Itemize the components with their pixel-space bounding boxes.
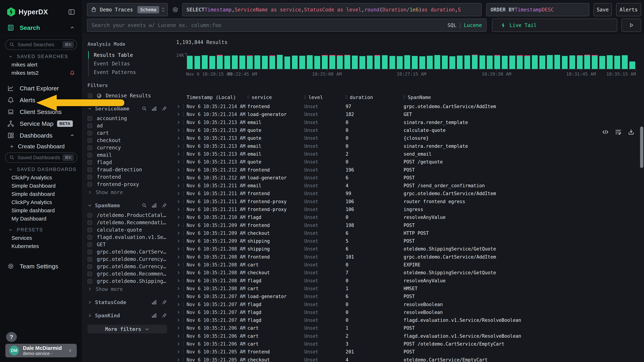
live-tail-button[interactable]: Live Tail: [492, 18, 617, 32]
bar-chart-icon[interactable]: [151, 313, 157, 318]
table-row[interactable]: Nov 6 10:35:21.207 AMload-generatorUnset…: [176, 293, 637, 300]
row-expander[interactable]: [176, 112, 186, 117]
table-row[interactable]: Nov 6 10:35:21.212 AMfrontendUnset196POS…: [176, 166, 637, 174]
table-row[interactable]: Nov 6 10:35:21.211 AMfrontend-proxyUnset…: [176, 205, 637, 213]
row-expander[interactable]: [176, 278, 186, 283]
filter-checkbox-item[interactable]: flagd: [88, 159, 167, 166]
pin-icon[interactable]: [161, 203, 167, 208]
checkbox[interactable]: [88, 138, 92, 143]
filter-checkbox-item[interactable]: /oteldemo.Recommendatio…: [88, 219, 167, 226]
filter-checkbox-item[interactable]: fraud-detection: [88, 166, 167, 173]
checkbox[interactable]: [88, 228, 92, 232]
sidebar-item-client-sessions[interactable]: Client Sessions: [0, 106, 82, 118]
table-row[interactable]: Nov 6 10:35:21.213 AMemailUnset0sinatra.…: [176, 142, 637, 150]
saved-dashboard-item[interactable]: Simple Dashboard: [0, 182, 82, 190]
row-expander[interactable]: [176, 255, 186, 259]
table-row[interactable]: Nov 6 10:35:21.206 AMcartUnset3POST /ote…: [176, 340, 637, 348]
filter-checkbox-item[interactable]: checkout: [88, 137, 167, 144]
table-row[interactable]: Nov 6 10:35:21.214 AMload-generatorUnset…: [176, 110, 637, 118]
table-row[interactable]: Nov 6 10:35:21.209 AMshippingUnset5POST: [176, 237, 637, 245]
row-expander[interactable]: [176, 239, 186, 243]
table-row[interactable]: Nov 6 10:35:21.210 AMflagdUnset0resolveA…: [176, 213, 637, 221]
column-header-timestamp-local-[interactable]: Timestamp (Local): [186, 95, 248, 100]
denoise-toggle[interactable]: Denoise Results: [88, 93, 167, 99]
filter-group-header[interactable]: SpanName: [88, 201, 167, 209]
analysis-mode-tab[interactable]: Event Patterns: [89, 68, 167, 76]
user-menu[interactable]: DM Dale McDiarmid demo-service -: [5, 344, 77, 357]
filter-checkbox-item[interactable]: email: [88, 151, 167, 159]
row-expander[interactable]: [176, 168, 186, 172]
filter-checkbox-item[interactable]: ad: [88, 122, 167, 129]
filter-group-header[interactable]: SpanKind: [88, 312, 167, 320]
show-more-button[interactable]: Show more: [88, 285, 167, 293]
filter-checkbox-item[interactable]: grpc.oteldemo.CurrencyS…: [88, 263, 167, 270]
table-row[interactable]: Nov 6 10:35:21.208 AMcartUnset0EXPIRE: [176, 261, 637, 269]
drag-handle-icon[interactable]: [404, 96, 405, 99]
table-row[interactable]: Nov 6 10:35:21.206 AMcartUnset2flagd.eva…: [176, 332, 637, 340]
drag-handle-icon[interactable]: [304, 96, 306, 99]
row-expander[interactable]: [176, 199, 186, 204]
column-header-spanname[interactable]: SpanName: [404, 95, 637, 100]
table-row[interactable]: Nov 6 10:35:21.208 AMfrontendUnset101grp…: [176, 253, 637, 261]
saved-dashboard-item[interactable]: ClickPy Analytics: [0, 174, 82, 182]
row-expander[interactable]: [176, 262, 186, 267]
filter-checkbox-item[interactable]: flagd.evaluation.v1.Ser…: [88, 233, 167, 241]
saved-dashboard-item[interactable]: My Dashboard: [0, 215, 82, 223]
column-header-level[interactable]: level: [304, 95, 346, 100]
presets-section-header[interactable]: PRESETS: [0, 226, 82, 234]
table-row[interactable]: Nov 6 10:35:21.213 AMquoteUnset0{closure…: [176, 134, 637, 142]
sql-orderby-editor[interactable]: ORDER BY Timestamp DESC: [486, 3, 589, 16]
analysis-mode-tab[interactable]: Event Deltas: [89, 59, 167, 68]
events-histogram[interactable]: 24K Nov 6 10:20:15 AM10:22:45 AM10:25:00…: [176, 54, 636, 77]
table-row[interactable]: Nov 6 10:35:21.209 AMcheckoutUnset6HTTP …: [176, 229, 637, 237]
pin-icon[interactable]: [161, 313, 167, 318]
sidebar-item-service-map[interactable]: Service Map BETA: [0, 118, 82, 130]
saved-dashboard-item[interactable]: Simple dashboard: [0, 190, 82, 198]
mode-sql-toggle[interactable]: SQL: [448, 22, 456, 28]
pin-icon[interactable]: [161, 300, 167, 305]
row-expander[interactable]: [176, 176, 186, 180]
download-icon[interactable]: [628, 129, 635, 136]
filter-checkbox-item[interactable]: frontend-proxy: [88, 181, 167, 188]
row-expander[interactable]: [176, 120, 186, 125]
table-row[interactable]: Nov 6 10:35:21.209 AMfrontendUnset198POS…: [176, 221, 637, 229]
search-icon[interactable]: [142, 203, 147, 208]
checkbox[interactable]: [88, 235, 92, 240]
row-expander[interactable]: [176, 191, 186, 196]
sidebar-item-chart-explorer[interactable]: Chart Explorer: [0, 82, 82, 94]
drag-handle-icon[interactable]: [346, 96, 347, 99]
sidebar-item-search[interactable]: Search: [0, 22, 82, 34]
checkbox[interactable]: [88, 175, 92, 180]
preset-item[interactable]: Services: [0, 234, 82, 242]
create-dashboard-button[interactable]: + Create Dashboard: [0, 141, 82, 151]
row-expander[interactable]: [176, 207, 186, 212]
filter-checkbox-item[interactable]: cart: [88, 129, 167, 137]
table-row[interactable]: Nov 6 10:35:21.213 AMemailUnset0sinatra.…: [176, 119, 637, 126]
row-expander[interactable]: [176, 270, 186, 275]
checkbox[interactable]: [88, 242, 92, 247]
histogram-bars[interactable]: [186, 54, 636, 69]
drag-handle-icon[interactable]: [248, 96, 249, 99]
table-row[interactable]: Nov 6 10:35:21.211 AMemailUnset4POST /se…: [176, 182, 637, 189]
checkbox[interactable]: [88, 116, 92, 121]
bar-chart-icon[interactable]: [151, 300, 157, 305]
table-row[interactable]: Nov 6 10:35:21.211 AMfrontendUnset99grpc…: [176, 189, 637, 197]
saved-search-item[interactable]: mikes tets2: [0, 69, 82, 77]
save-button[interactable]: Save: [594, 3, 612, 16]
row-expander[interactable]: [176, 152, 186, 156]
row-expander[interactable]: [176, 350, 186, 354]
checkbox[interactable]: [88, 131, 92, 135]
search-icon[interactable]: [142, 106, 147, 111]
checkbox[interactable]: [88, 257, 92, 262]
table-row[interactable]: Nov 6 10:35:21.208 AMcheckoutUnset7oteld…: [176, 269, 637, 277]
saved-dashboard-item[interactable]: ClickPy Analytics: [0, 198, 82, 206]
checkbox[interactable]: [88, 168, 92, 172]
alerts-button[interactable]: Alerts: [616, 3, 641, 16]
filter-checkbox-item[interactable]: frontend: [88, 173, 167, 181]
bar-chart-icon[interactable]: [151, 203, 157, 208]
row-expander[interactable]: [176, 223, 186, 228]
table-row[interactable]: Nov 6 10:35:21.205 AMcheckoutUnset4oteld…: [176, 356, 637, 362]
row-expander[interactable]: [176, 104, 186, 109]
scrollbar-thumb[interactable]: [640, 127, 643, 168]
filter-checkbox-item[interactable]: /oteldemo.ProductCatalo…: [88, 211, 167, 219]
